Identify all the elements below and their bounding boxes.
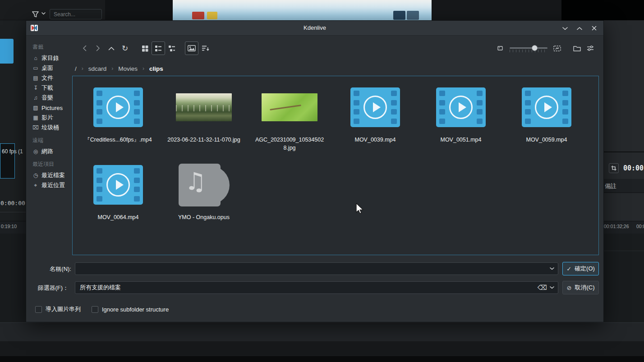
filter-funnel-icon[interactable]	[32, 11, 39, 18]
sidebar-item-recent-files[interactable]: ◷ 最近檔案	[32, 170, 72, 180]
sidebar-item-label: Pictures	[41, 105, 63, 111]
sidebar-item-network[interactable]: ◎ 網路	[32, 147, 72, 156]
sidebar-item-documents[interactable]: ▤ 文件	[32, 73, 72, 83]
maximize-button[interactable]	[575, 24, 584, 32]
sidebar-item-home[interactable]: ⌂ 家目錄	[32, 53, 72, 63]
bg-right-ruler-label: 00:01:32;26	[604, 224, 629, 229]
import-image-sequence-option[interactable]: 導入圖片串列	[35, 305, 81, 313]
places-section-bookmarks: 書籤	[32, 43, 72, 51]
dialog-options: 導入圖片串列 Ignore subfolder structure	[35, 305, 169, 313]
picture-icon: ▧	[32, 105, 39, 111]
file-name: 『Creditless...60fps』.mp4	[84, 136, 152, 144]
network-icon: ◎	[32, 148, 39, 155]
video-icon: ▦	[32, 115, 39, 121]
file-item[interactable]: MOV_0051.mp4	[418, 84, 504, 162]
breadcrumb-root[interactable]: /	[75, 65, 77, 72]
file-item[interactable]: ♫ YMO - Ongaku.opus	[161, 162, 247, 239]
zoom-slider-handle[interactable]	[532, 45, 538, 51]
video-file-icon	[93, 162, 143, 208]
ok-button-label: 確定(O)	[575, 265, 595, 273]
back-button[interactable]	[78, 41, 91, 55]
sidebar-item-label: 垃圾桶	[41, 124, 59, 132]
ok-button[interactable]: ✓ 確定(O)	[562, 262, 599, 275]
zoom-slider[interactable]	[510, 44, 547, 53]
bg-selected-clip	[0, 39, 14, 64]
home-icon: ⌂	[32, 55, 39, 61]
filter-chevron-down-icon[interactable]	[41, 12, 46, 15]
up-button[interactable]	[105, 41, 118, 55]
file-item[interactable]: MOV_0064.mp4	[75, 162, 161, 239]
sidebar-item-recent-locations[interactable]: ⌖ 最近位置	[32, 180, 72, 190]
file-name: MOV_0051.mp4	[440, 136, 481, 144]
bg-left-timecode: 0:00:00,	[0, 200, 29, 206]
bg-notes-tab-label: 備註	[605, 182, 616, 190]
sidebar-item-pictures[interactable]: ▧ Pictures	[32, 103, 72, 113]
sidebar-item-label: 音樂	[41, 94, 53, 102]
details-view-button[interactable]	[152, 41, 165, 55]
bg-fps-label: 60 fps (1	[2, 148, 23, 155]
clear-text-icon[interactable]: ⌫	[538, 284, 547, 292]
zoom-slider-track[interactable]	[510, 47, 547, 49]
file-list-view[interactable]: 『Creditless...60fps』.mp4 2023-06-22-11-3…	[72, 76, 599, 255]
new-folder-button[interactable]	[570, 41, 584, 55]
zoom-small-icon-button[interactable]	[493, 41, 507, 55]
forward-button[interactable]	[91, 41, 105, 55]
minimize-button[interactable]	[561, 24, 569, 32]
sidebar-item-downloads[interactable]: ↧ 下載	[32, 83, 72, 93]
icons-view-button[interactable]	[138, 41, 152, 55]
file-name: 2023-06-22-11-32-11-070.jpg	[167, 136, 240, 144]
chevron-down-icon[interactable]	[550, 267, 554, 270]
import-image-sequence-checkbox[interactable]	[35, 306, 42, 313]
file-item[interactable]: 『Creditless...60fps』.mp4	[75, 84, 161, 162]
options-button[interactable]	[584, 41, 597, 55]
breadcrumb-clips[interactable]: clips	[149, 65, 163, 72]
breadcrumb-movies[interactable]: Movies	[118, 65, 138, 72]
dialog-titlebar[interactable]: Kdenlive	[26, 21, 603, 36]
bg-panel-gap	[105, 0, 173, 20]
sidebar-item-label: 家目錄	[41, 54, 59, 62]
preview-toggle-button[interactable]	[185, 41, 198, 55]
name-input[interactable]	[75, 266, 550, 272]
bg-monitor-preview	[173, 0, 432, 20]
filter-label: 篩選器(F)：	[27, 284, 69, 292]
bg-preview-logo-yellow	[207, 12, 217, 19]
bin-search-input[interactable]	[50, 9, 102, 19]
location-icon: ⌖	[32, 182, 39, 188]
file-item[interactable]: 2023-06-22-11-32-11-070.jpg	[161, 84, 247, 162]
name-combobox[interactable]	[75, 262, 558, 275]
bg-left-timeline	[0, 234, 26, 322]
filter-combobox[interactable]: 所有支援的檔案 ⌫	[75, 281, 558, 294]
sidebar-item-desktop[interactable]: ▭ 桌面	[32, 63, 72, 73]
image-thumbnail	[262, 84, 317, 130]
ignore-subfolder-option[interactable]: Ignore subfolder structure	[92, 306, 169, 313]
reload-button[interactable]: ↻	[118, 41, 132, 55]
sidebar-item-trash[interactable]: ⌧ 垃圾桶	[32, 123, 72, 133]
file-item[interactable]: AGC_20231009_105345028.jpg	[247, 84, 332, 162]
ignore-subfolder-checkbox[interactable]	[92, 306, 98, 313]
tree-view-button[interactable]	[165, 41, 179, 55]
breadcrumb-separator-icon: ›	[111, 65, 113, 72]
bg-right-timecode: 00:00	[623, 164, 644, 172]
sidebar-item-videos[interactable]: ▦ 影片	[32, 113, 72, 123]
chevron-down-icon[interactable]	[550, 286, 554, 289]
video-file-icon	[436, 84, 486, 130]
file-item[interactable]: MOV_0039.mp4	[332, 84, 418, 162]
cancel-button[interactable]: ⊘ 取消(C)	[562, 281, 599, 294]
bg-right-ruler-label-2: 00:0	[636, 224, 644, 229]
sidebar-item-label: 影片	[41, 114, 53, 122]
bg-right-timeline	[604, 234, 644, 322]
places-section-remote: 遠端	[32, 137, 72, 144]
sidebar-item-music[interactable]: ♫ 音樂	[32, 93, 72, 103]
sort-button[interactable]	[198, 41, 212, 55]
zoom-slider-ticks	[510, 50, 547, 52]
zoom-large-icon-button[interactable]	[550, 41, 564, 55]
file-item[interactable]: MOV_0059.mp4	[504, 84, 589, 162]
video-file-icon	[93, 84, 143, 130]
video-file-icon	[350, 84, 400, 130]
close-button[interactable]	[590, 24, 598, 32]
breadcrumb-sdcard[interactable]: sdcard	[88, 65, 107, 72]
breadcrumb-separator-icon: ›	[143, 65, 144, 72]
bg-preview-logo-k	[393, 11, 405, 20]
bg-bottom-band	[0, 322, 644, 341]
cancel-icon: ⊘	[567, 284, 572, 291]
